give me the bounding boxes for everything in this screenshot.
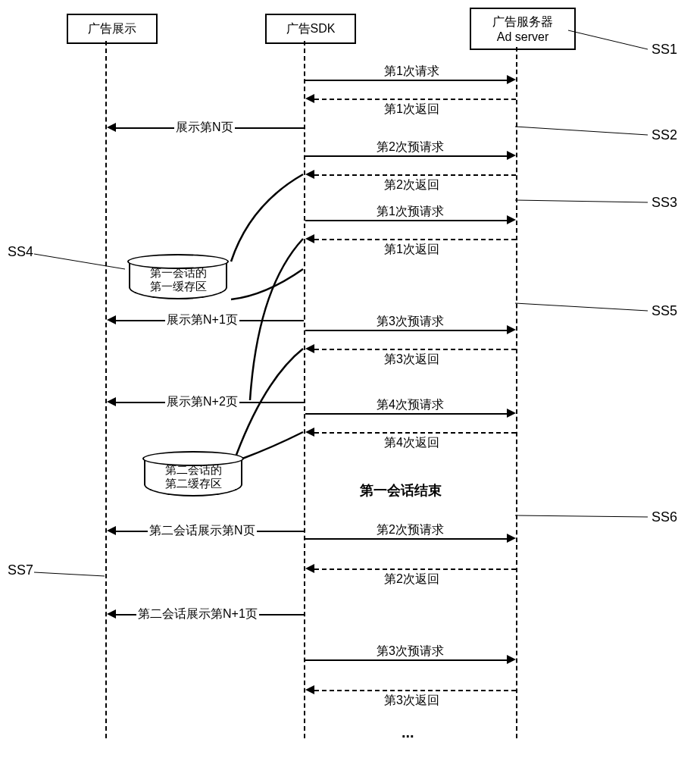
cache2-line2: 第二缓存区	[165, 477, 222, 490]
lifeline-sdk	[304, 41, 305, 738]
ss3-label: SS3	[652, 195, 677, 211]
label-ret1b: 第1次返回	[383, 242, 441, 258]
arrowhead-preq3	[507, 325, 516, 334]
ss1-label: SS1	[652, 42, 677, 58]
arrow-s2ret3	[314, 690, 516, 691]
participant-sdk: 广告SDK	[265, 14, 356, 44]
arrowhead-preq2	[507, 151, 516, 160]
cache1-line1: 第一会话的	[150, 266, 207, 279]
arrowhead-req1	[507, 75, 516, 84]
ss7-label: SS7	[8, 562, 33, 578]
ss5-label: SS5	[652, 303, 677, 319]
arrowhead-s2showN	[107, 526, 116, 535]
label-s2ret2: 第2次返回	[383, 572, 441, 587]
participant-server: 广告服务器 Ad server	[470, 8, 576, 50]
svg-line-1	[515, 127, 648, 135]
arrow-preq4	[305, 413, 507, 415]
arrowhead-preq1	[507, 215, 516, 224]
ss4-label: SS4	[8, 244, 33, 260]
label-preq1: 第1次预请求	[375, 204, 445, 220]
label-s2showN: 第二会话展示第N页	[148, 523, 257, 539]
lifeline-display	[105, 41, 107, 738]
label-s2preq2: 第2次预请求	[375, 522, 445, 538]
label-ret4: 第4次返回	[383, 435, 441, 451]
arrow-preq3	[305, 330, 507, 331]
arrow-s2preq3	[305, 659, 507, 661]
label-ret2: 第2次返回	[383, 177, 441, 193]
arrowhead-preq4	[507, 409, 516, 418]
arrowhead-s2preq3	[507, 655, 516, 664]
arrowhead-s2ret2	[305, 564, 314, 573]
svg-line-5	[515, 515, 648, 517]
label-s2preq3: 第3次预请求	[375, 644, 445, 659]
label-showN1: 展示第N+1页	[165, 312, 239, 328]
arrow-ret4	[314, 432, 516, 434]
arrowhead-showN	[107, 123, 116, 132]
arrow-ret2	[314, 174, 516, 176]
ss2-label: SS2	[652, 127, 677, 143]
arrow-preq1	[305, 220, 507, 221]
svg-line-0	[568, 30, 648, 49]
participant-display: 广告展示	[67, 14, 158, 44]
cache2-line1: 第二会话的	[165, 463, 222, 476]
participant-sdk-label: 广告SDK	[286, 21, 336, 37]
cache1-line2: 第一缓存区	[150, 280, 207, 293]
label-showN2: 展示第N+2页	[165, 394, 239, 410]
arrowhead-showN1	[107, 315, 116, 324]
arrow-ret1	[314, 99, 516, 100]
arrow-preq2	[305, 155, 507, 157]
label-session1-end: 第一会话结束	[360, 481, 442, 500]
svg-line-3	[34, 254, 125, 269]
label-ret3: 第3次返回	[383, 352, 441, 368]
arrow-ret3	[314, 349, 516, 350]
ss6-label: SS6	[652, 509, 677, 525]
arrowhead-ret2	[305, 170, 314, 179]
arrow-ret1b	[314, 239, 516, 240]
arrowhead-ret3	[305, 344, 314, 353]
svg-line-4	[515, 303, 648, 311]
label-preq4: 第4次预请求	[375, 397, 445, 413]
arrowhead-s2showN1	[107, 609, 116, 619]
svg-line-6	[34, 572, 105, 576]
label-preq2: 第2次预请求	[375, 139, 445, 155]
label-req1: 第1次请求	[383, 64, 441, 80]
arrowhead-ret1	[305, 94, 314, 103]
arrowhead-s2preq2	[507, 534, 516, 543]
arrow-s2ret2	[314, 568, 516, 570]
label-showN: 展示第N页	[174, 120, 235, 136]
label-preq3: 第3次预请求	[375, 314, 445, 330]
lifeline-server	[516, 47, 517, 738]
arrowhead-showN2	[107, 397, 116, 406]
svg-line-2	[515, 200, 648, 202]
participant-display-label: 广告展示	[88, 21, 136, 37]
arrow-req1	[305, 80, 507, 81]
arrow-s2preq2	[305, 538, 507, 540]
participant-server-label2: Ad server	[497, 30, 548, 44]
cache-cylinder-1: 第一会话的 第一缓存区	[129, 262, 227, 301]
cache-cylinder-2: 第二会话的 第二缓存区	[144, 459, 242, 498]
label-s2showN1: 第二会话展示第N+1页	[136, 606, 259, 622]
label-ellipsis: ...	[402, 724, 414, 741]
label-s2ret3: 第3次返回	[383, 693, 441, 709]
arrowhead-s2ret3	[305, 685, 314, 694]
arrowhead-ret4	[305, 428, 314, 437]
arrowhead-ret1b	[305, 234, 314, 243]
participant-server-label1: 广告服务器	[492, 14, 553, 30]
label-ret1: 第1次返回	[383, 102, 441, 117]
